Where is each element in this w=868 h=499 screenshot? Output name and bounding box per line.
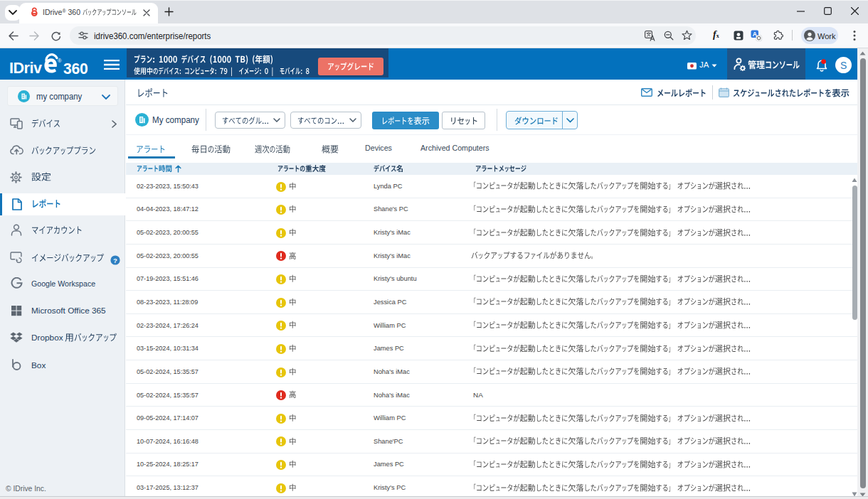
svg-text:?: ? <box>113 257 117 264</box>
